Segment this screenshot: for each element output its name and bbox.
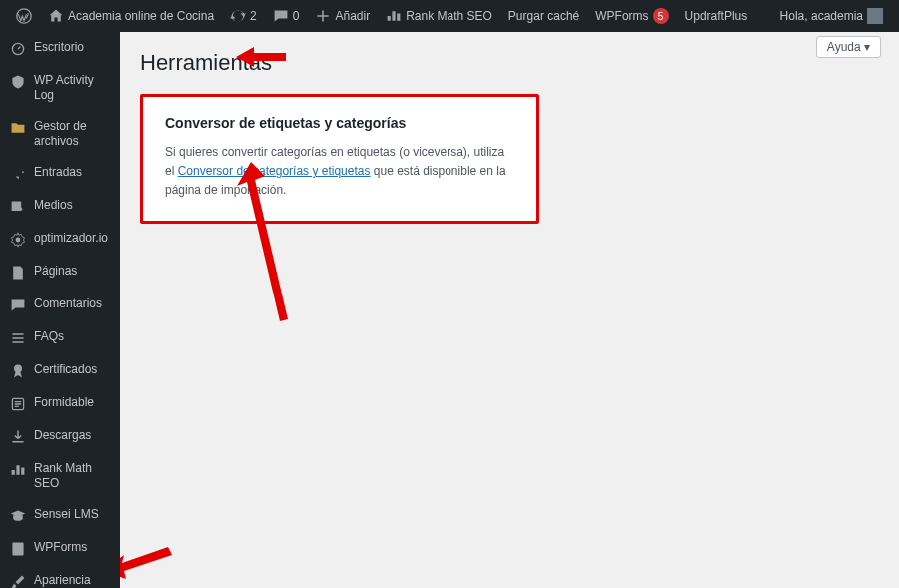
wp-logo[interactable] bbox=[8, 0, 40, 32]
rankmath-label: Rank Math SEO bbox=[406, 9, 492, 23]
admin-bar-left: Academia online de Cocina 2 0 Añadir Ran… bbox=[8, 0, 755, 32]
content-area: Ayuda ▾ Herramientas Conversor de etique… bbox=[120, 32, 899, 588]
award-icon bbox=[10, 363, 26, 379]
sidebar-item-label: Apariencia bbox=[34, 573, 91, 588]
updraft-label: UpdraftPlus bbox=[685, 9, 748, 23]
sidebar-item-certificates[interactable]: Certificados bbox=[0, 354, 120, 387]
plus-icon bbox=[315, 8, 331, 24]
svg-marker-10 bbox=[120, 547, 172, 579]
site-home[interactable]: Academia online de Cocina bbox=[40, 0, 222, 32]
rankmath-bar[interactable]: Rank Math SEO bbox=[378, 0, 500, 32]
sidebar-item-pages[interactable]: Páginas bbox=[0, 256, 120, 289]
sidebar-item-posts[interactable]: Entradas bbox=[0, 157, 120, 190]
converter-link[interactable]: Conversor de categorías y etiquetas bbox=[178, 164, 371, 178]
shield-icon bbox=[10, 74, 26, 90]
sidebar-item-label: Rank Math SEO bbox=[34, 461, 110, 491]
sidebar-item-optimizador[interactable]: optimizador.io bbox=[0, 223, 120, 256]
comment-icon bbox=[10, 297, 26, 313]
wordpress-icon bbox=[16, 8, 32, 24]
sidebar-item-label: Comentarios bbox=[34, 296, 102, 311]
sidebar-item-activity-log[interactable]: WP Activity Log bbox=[0, 65, 120, 111]
add-new-label: Añadir bbox=[335, 9, 370, 23]
chevron-down-icon: ▾ bbox=[864, 40, 870, 54]
sidebar-item-file-manager[interactable]: Gestor de archivos bbox=[0, 111, 120, 157]
svg-point-3 bbox=[14, 365, 22, 373]
wpforms-badge: 5 bbox=[653, 8, 669, 24]
download-icon bbox=[10, 429, 26, 445]
admin-sidebar: Escritorio WP Activity Log Gestor de arc… bbox=[0, 32, 120, 588]
page-icon bbox=[10, 265, 26, 281]
sidebar-item-label: Sensei LMS bbox=[34, 507, 99, 522]
annotation-arrow bbox=[120, 539, 172, 583]
brush-icon bbox=[10, 574, 26, 588]
wpforms-bar[interactable]: WPForms 5 bbox=[587, 0, 676, 32]
sidebar-item-rankmath[interactable]: Rank Math SEO bbox=[0, 453, 120, 499]
admin-bar: Academia online de Cocina 2 0 Añadir Ran… bbox=[0, 0, 899, 32]
sidebar-item-wpforms[interactable]: WPForms bbox=[0, 532, 120, 565]
svg-rect-5 bbox=[12, 543, 23, 556]
form-icon bbox=[10, 396, 26, 412]
sidebar-item-label: FAQs bbox=[34, 329, 64, 344]
updates-count: 2 bbox=[250, 9, 257, 23]
sidebar-item-media[interactable]: Medios bbox=[0, 190, 120, 223]
page-title: Herramientas bbox=[140, 42, 879, 94]
sidebar-item-label: Certificados bbox=[34, 362, 97, 377]
comments[interactable]: 0 bbox=[265, 0, 308, 32]
updates[interactable]: 2 bbox=[222, 0, 265, 32]
sidebar-item-label: Páginas bbox=[34, 264, 77, 279]
converter-card: Conversor de etiquetas y categorías Si q… bbox=[140, 94, 539, 224]
comment-icon bbox=[273, 8, 289, 24]
sidebar-item-label: WP Activity Log bbox=[34, 73, 110, 103]
sidebar-item-label: Gestor de archivos bbox=[34, 119, 110, 149]
site-name: Academia online de Cocina bbox=[68, 9, 214, 23]
cap-icon bbox=[10, 508, 26, 524]
dashboard-icon bbox=[10, 41, 26, 57]
help-button[interactable]: Ayuda ▾ bbox=[816, 36, 881, 58]
folder-icon bbox=[10, 120, 26, 136]
sidebar-item-downloads[interactable]: Descargas bbox=[0, 420, 120, 453]
sidebar-item-label: Formidable bbox=[34, 395, 94, 410]
sidebar-item-label: Medios bbox=[34, 198, 73, 213]
sidebar-item-dashboard[interactable]: Escritorio bbox=[0, 32, 120, 65]
form-icon bbox=[10, 541, 26, 557]
avatar bbox=[867, 8, 883, 24]
home-icon bbox=[48, 8, 64, 24]
sidebar-item-comments[interactable]: Comentarios bbox=[0, 289, 120, 321]
new-content[interactable]: Añadir bbox=[307, 0, 378, 32]
sidebar-item-appearance[interactable]: Apariencia bbox=[0, 565, 120, 588]
list-icon bbox=[10, 330, 26, 346]
card-heading: Conversor de etiquetas y categorías bbox=[165, 115, 514, 131]
gear-icon bbox=[10, 232, 26, 248]
sidebar-item-sensei[interactable]: Sensei LMS bbox=[0, 499, 120, 532]
sidebar-item-label: Entradas bbox=[34, 165, 82, 180]
card-text: Si quieres convertir categorías en etiqu… bbox=[165, 143, 514, 201]
pin-icon bbox=[10, 166, 26, 182]
chart-icon bbox=[386, 8, 402, 24]
sidebar-item-label: WPForms bbox=[34, 540, 87, 555]
media-icon bbox=[10, 199, 26, 215]
sidebar-item-formidable[interactable]: Formidable bbox=[0, 387, 120, 420]
chart-icon bbox=[10, 462, 26, 478]
help-label: Ayuda bbox=[827, 40, 861, 54]
purge-cache[interactable]: Purgar caché bbox=[500, 0, 587, 32]
my-account[interactable]: Hola, academia bbox=[772, 0, 891, 32]
updraft-bar[interactable]: UpdraftPlus bbox=[677, 0, 756, 32]
admin-bar-right: Hola, academia bbox=[772, 0, 891, 32]
updates-icon bbox=[230, 8, 246, 24]
sidebar-item-label: Escritorio bbox=[34, 40, 84, 55]
comments-count: 0 bbox=[293, 9, 300, 23]
greeting: Hola, academia bbox=[780, 9, 863, 23]
sidebar-item-label: optimizador.io bbox=[34, 231, 108, 246]
wpforms-label: WPForms bbox=[595, 9, 648, 23]
purge-label: Purgar caché bbox=[508, 9, 579, 23]
sidebar-item-label: Descargas bbox=[34, 428, 91, 443]
svg-point-2 bbox=[16, 238, 21, 243]
sidebar-item-faqs[interactable]: FAQs bbox=[0, 321, 120, 354]
